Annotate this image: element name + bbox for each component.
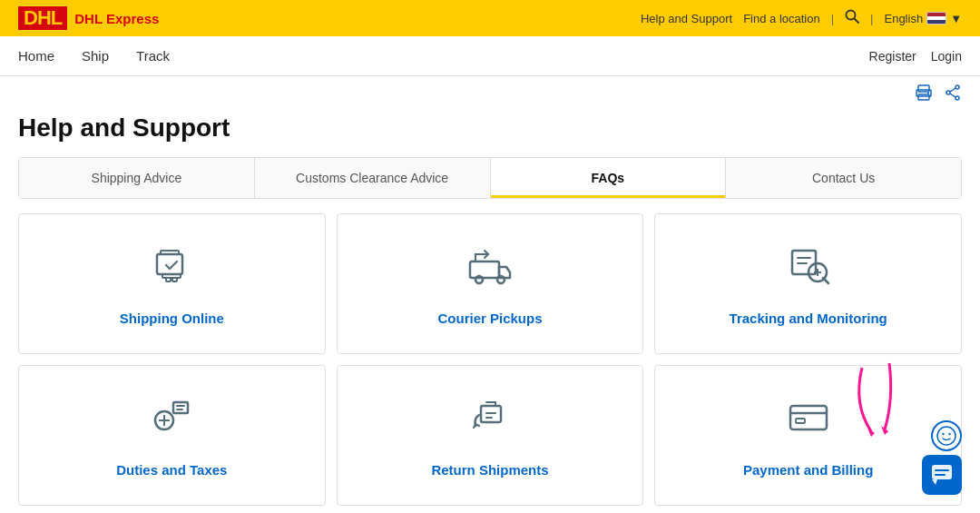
svg-point-5 [927, 93, 929, 94]
chat-widget [922, 420, 962, 495]
payment-billing-label: Payment and Billing [743, 462, 873, 478]
svg-line-1 [855, 19, 859, 24]
svg-rect-30 [790, 406, 827, 429]
svg-rect-15 [172, 278, 177, 281]
tab-customs-clearance[interactable]: Customs Clearance Advice [255, 158, 491, 198]
search-icon [845, 9, 859, 24]
svg-rect-11 [157, 254, 182, 274]
svg-rect-26 [173, 402, 188, 413]
tabs-container: Shipping Advice Customs Clearance Advice… [18, 157, 962, 199]
svg-point-18 [497, 276, 505, 283]
svg-rect-38 [932, 465, 952, 479]
dhl-express-label: DHL Express [74, 11, 159, 26]
courier-pickups-icon [466, 242, 514, 298]
svg-rect-13 [162, 274, 181, 278]
help-support-link[interactable]: Help and Support [641, 12, 732, 25]
chat-button[interactable] [922, 455, 962, 495]
svg-point-37 [948, 433, 950, 435]
nav-ship-link[interactable]: Ship [82, 48, 109, 64]
share-icon[interactable] [944, 84, 962, 106]
page-title: Help and Support [0, 110, 980, 157]
return-shipments-label: Return Shipments [431, 462, 548, 478]
svg-point-8 [946, 91, 950, 94]
tracking-monitoring-icon [785, 242, 832, 298]
top-bar-right: Help and Support Find a location | | Eng… [641, 9, 962, 27]
divider: | [831, 12, 834, 25]
print-icon[interactable] [915, 84, 933, 106]
cards-grid: Shipping Online Courier Pickups [0, 199, 980, 513]
card-return-shipments[interactable]: Return Shipments [337, 365, 644, 506]
svg-rect-32 [796, 419, 805, 423]
card-courier-pickups[interactable]: Courier Pickups [337, 213, 644, 354]
card-payment-billing[interactable]: Payment and Billing [654, 365, 962, 506]
svg-point-36 [942, 433, 944, 435]
svg-rect-3 [918, 94, 929, 100]
payment-billing-icon [785, 393, 832, 449]
language-selector[interactable]: English ▼ [884, 12, 962, 25]
svg-rect-16 [470, 261, 499, 278]
us-flag-icon [926, 12, 946, 25]
card-duties-taxes[interactable]: Duties and Taxes [18, 365, 326, 506]
lang-label: English [884, 12, 923, 25]
duties-taxes-icon [148, 393, 195, 449]
return-shipments-icon [466, 393, 514, 449]
tab-contact-us[interactable]: Contact Us [726, 158, 961, 198]
dhl-logo-text: DHL [18, 6, 67, 30]
nav-track-link[interactable]: Track [136, 48, 170, 64]
svg-rect-14 [166, 278, 171, 281]
register-link[interactable]: Register [869, 49, 916, 64]
duties-taxes-label: Duties and Taxes [116, 462, 227, 478]
divider2: | [870, 12, 873, 25]
courier-pickups-label: Courier Pickups [437, 311, 542, 326]
svg-rect-2 [918, 85, 929, 92]
svg-line-10 [950, 94, 956, 97]
svg-point-17 [475, 276, 483, 283]
tab-shipping-advice[interactable]: Shipping Advice [19, 158, 255, 198]
nav-links: Home Ship Track [18, 48, 170, 64]
chat-face-icon [931, 420, 962, 451]
nav-right: Register Login [869, 49, 962, 64]
login-link[interactable]: Login [931, 49, 962, 64]
chevron-down-icon: ▼ [950, 12, 962, 25]
util-row [0, 76, 980, 110]
top-bar: DHL DHL Express Help and Support Find a … [0, 0, 980, 36]
tab-faqs[interactable]: FAQs [491, 158, 727, 198]
find-location-link[interactable]: Find a location [743, 12, 820, 25]
search-button[interactable] [845, 9, 859, 27]
nav-bar: Home Ship Track Register Login [0, 36, 980, 76]
svg-rect-12 [161, 251, 179, 254]
shipping-online-icon [148, 242, 195, 298]
svg-line-9 [950, 88, 956, 92]
logo-area: DHL DHL Express [18, 6, 159, 30]
shipping-online-label: Shipping Online [120, 311, 224, 326]
svg-point-7 [956, 96, 959, 100]
card-tracking-monitoring[interactable]: Tracking and Monitoring [654, 213, 962, 354]
tracking-monitoring-label: Tracking and Monitoring [730, 311, 887, 326]
svg-point-35 [937, 427, 956, 445]
card-shipping-online[interactable]: Shipping Online [18, 213, 326, 354]
dhl-logo: DHL [18, 6, 67, 30]
nav-home-link[interactable]: Home [18, 48, 54, 64]
svg-point-6 [956, 85, 959, 89]
